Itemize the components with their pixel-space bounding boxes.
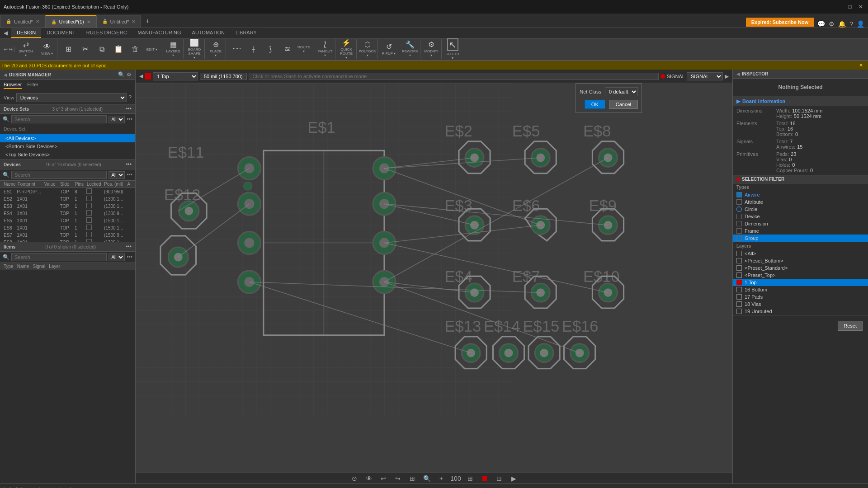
redo-canvas-button[interactable]: ↪	[392, 473, 403, 484]
user-icon[interactable]: 👤	[857, 20, 864, 28]
menu-tab-document[interactable]: DOCUMENT	[41, 28, 81, 38]
selection-filter-header[interactable]: SELECTION FILTER	[733, 175, 868, 183]
menu-tab-rules[interactable]: RULES DRC/ERC	[81, 28, 132, 38]
layers-tool[interactable]: ▦ LAYERS ▾	[165, 39, 181, 59]
items-search-input[interactable]	[11, 253, 107, 261]
net-class-cancel-button[interactable]: Cancel	[609, 100, 638, 109]
zoom-fit-button[interactable]: ⊞	[407, 473, 418, 484]
filter-device[interactable]: Device	[733, 213, 868, 220]
route-track-tool[interactable]: 〰	[229, 39, 245, 59]
devices-more-button[interactable]: •••	[126, 161, 132, 168]
menu-tab-automation[interactable]: AUTOMATION	[187, 28, 230, 38]
layer-all[interactable]: <All>	[733, 250, 868, 257]
device-set-all[interactable]: <All Devices>	[0, 134, 135, 142]
attribute-checkbox[interactable]	[736, 199, 742, 205]
board-info-header[interactable]: ▶ Board Information	[733, 96, 868, 106]
copy-tool[interactable]: ⧉	[94, 39, 110, 59]
settings-icon[interactable]: ⚙	[829, 20, 835, 28]
canvas-expand-button[interactable]: ▶	[725, 73, 729, 80]
tab-untitled3[interactable]: 🔒 Untitled* ✕	[96, 15, 142, 28]
items-more-button2[interactable]: •••	[127, 254, 132, 260]
nav-back-button[interactable]: ◀	[4, 30, 8, 36]
fanout-tool[interactable]: ⟅ FANOUT ▾	[317, 39, 333, 59]
route-fan-tool[interactable]: ⟆	[262, 39, 278, 59]
filter-tab[interactable]: Filter	[27, 82, 38, 89]
layer-18-vias[interactable]: 18 Vias	[733, 300, 868, 308]
panel-search-button[interactable]: 🔍	[118, 71, 125, 78]
zoom-out-button[interactable]: 🔍	[421, 473, 432, 484]
device-sets-search-input[interactable]	[11, 115, 107, 123]
layer-preset-standard[interactable]: <Preset_Standard>	[733, 264, 868, 272]
polygon-tool[interactable]: ⬡ POLYGON ▾	[359, 39, 376, 59]
device-checkbox[interactable]	[736, 214, 742, 219]
layer-preset-top[interactable]: <Preset_Top>	[733, 272, 868, 279]
view-settings-button[interactable]: 👁	[363, 473, 374, 484]
maximize-button[interactable]: □	[846, 3, 854, 10]
quick-route-tool[interactable]: ⚡ QUICK ROUTE ▾	[338, 39, 354, 59]
fit-view-button[interactable]: ⊙	[349, 473, 360, 484]
close-button[interactable]: ✕	[857, 3, 864, 10]
pcb-canvas[interactable]: E$1 E$2 E$5 E$8 E$11 E$3 E$6 E$9 E$12 E$…	[136, 83, 732, 483]
signal-selector[interactable]: SIGNAL	[687, 72, 723, 80]
table-row[interactable]: ES5 1X01 TOP 1 (1500 1...	[0, 217, 135, 224]
panel-settings-button[interactable]: ⚙	[127, 71, 132, 78]
menu-tab-manufacturing[interactable]: MANUFACTURING	[132, 28, 187, 38]
circle-checkbox[interactable]	[736, 206, 742, 212]
table-row[interactable]: ES1 P-R-PDIP-T8 TOP 8 (900 950)	[0, 188, 135, 195]
ripup-tool[interactable]: ↺ RIPUP ▾	[381, 39, 397, 59]
view-selector[interactable]: Devices	[16, 93, 127, 102]
panel-expand-button[interactable]: ◀	[139, 73, 143, 79]
group-checkbox[interactable]	[736, 235, 742, 241]
paste-tool[interactable]: 📋	[110, 39, 127, 59]
select-tool[interactable]: ↖ SELECT ▾	[444, 39, 461, 59]
delete-tool[interactable]: 🗑	[127, 39, 143, 59]
new-tab-button[interactable]: +	[141, 15, 154, 28]
route-bus-tool[interactable]: ⟊	[245, 39, 262, 59]
zoom-in-button[interactable]: +	[436, 473, 447, 484]
device-sets-more-button2[interactable]: •••	[127, 116, 132, 122]
layer-selector[interactable]: 1 Top	[153, 72, 198, 80]
menu-tab-design[interactable]: DESIGN	[11, 28, 41, 38]
layer-16-bottom[interactable]: 16 Bottom	[733, 286, 868, 293]
devices-search-filter[interactable]: All	[108, 171, 125, 179]
stop-button[interactable]: ⏹	[479, 473, 490, 484]
layer-preset-bottom[interactable]: <Preset_Bottom>	[733, 257, 868, 264]
route-dropdown[interactable]: ROUTE ▾	[296, 39, 312, 59]
layer-1-top[interactable]: 1 Top	[733, 279, 868, 286]
filter-attribute[interactable]: Attribute	[733, 198, 868, 206]
frame-checkbox[interactable]	[736, 228, 742, 234]
items-more-button[interactable]: •••	[126, 244, 132, 250]
rework-tool[interactable]: 🔧 REWORK ▾	[402, 39, 418, 59]
tab-close-button3[interactable]: ✕	[132, 19, 135, 24]
table-row[interactable]: ES8 1X01 TOP 1 (1700 1...	[0, 239, 135, 242]
dimension-checkbox[interactable]	[736, 221, 742, 226]
menu-tab-library[interactable]: LIBRARY	[230, 28, 262, 38]
tab-close-button[interactable]: ✕	[36, 19, 39, 24]
filter-frame[interactable]: Frame	[733, 227, 868, 235]
zoom-100-button[interactable]: 100	[450, 473, 461, 484]
reset-button[interactable]: Reset	[838, 321, 863, 331]
select-all-tool[interactable]: ⊞	[60, 39, 76, 59]
filter-circle[interactable]: Circle	[733, 206, 868, 213]
table-row[interactable]: ES6 1X01 TOP 1 (1500 1...	[0, 224, 135, 231]
place-tool[interactable]: ⊕ PLACE ▾	[208, 39, 224, 59]
edit-dropdown[interactable]: EDIT ▾	[144, 39, 160, 59]
route-diff-tool[interactable]: ≋	[279, 39, 295, 59]
table-row[interactable]: ES2 1X01 TOP 1 (1300 1...	[0, 195, 135, 202]
airwire-checkbox[interactable]	[736, 192, 742, 197]
subscribe-button[interactable]: Expired: Subscribe Now	[746, 18, 814, 27]
switch-tool[interactable]: ⇄ SWITCH ▾	[18, 39, 34, 59]
view-help-button[interactable]: ?	[128, 94, 132, 101]
tab-untitled1[interactable]: 🔒 Untitled* ✕	[0, 15, 45, 28]
sync-warning-close[interactable]: ✕	[855, 62, 867, 68]
redo-button[interactable]: ↪	[9, 47, 13, 52]
filter-dimension[interactable]: Dimension	[733, 220, 868, 227]
net-class-selector[interactable]: 0 default	[605, 87, 638, 96]
filter-airwire[interactable]: Airwire	[733, 191, 868, 198]
browser-tab[interactable]: Browser	[4, 82, 22, 89]
filter-group[interactable]: Group	[733, 235, 868, 242]
panel-collapse-button[interactable]: ◀	[4, 72, 7, 77]
grid-toggle-button[interactable]: ⊞	[465, 473, 476, 484]
layer-17-pads[interactable]: 17 Pads	[733, 293, 868, 300]
minimize-button[interactable]: ─	[835, 3, 843, 10]
